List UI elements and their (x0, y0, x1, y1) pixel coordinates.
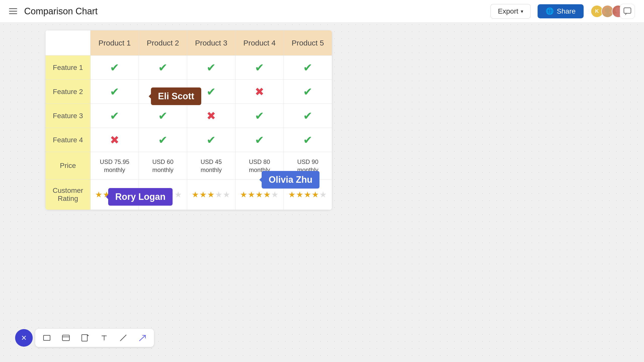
svg-rect-6 (62, 335, 69, 341)
cell: ✔ (91, 104, 139, 128)
feature-label: Feature 3 (46, 104, 91, 128)
table-row: Feature 4 ✖ ✔ ✔ ✔ ✔ (46, 128, 332, 152)
cell: ✔ (91, 56, 139, 80)
feature-label: Price (46, 152, 91, 179)
price-value: USD 75.95 monthly (100, 158, 129, 173)
tooltip-rory-label: Rory Logan (115, 192, 166, 202)
cell: ✔ (235, 104, 284, 128)
check-icon: ✔ (110, 61, 119, 74)
export-button[interactable]: Export ▾ (491, 4, 531, 19)
check-icon: ✔ (255, 61, 264, 74)
text-tool[interactable] (98, 331, 111, 344)
check-icon: ✔ (158, 134, 168, 146)
feature-label: Customer Rating (46, 179, 91, 210)
svg-line-11 (120, 335, 126, 341)
table-row: Feature 3 ✔ ✔ ✖ ✔ ✔ (46, 104, 332, 128)
arrow-tool[interactable] (136, 331, 149, 344)
star-rating: ★★★★★ (240, 190, 279, 199)
line-tool[interactable] (117, 331, 130, 344)
tooltip-olivia-label: Olivia Zhu (269, 174, 312, 185)
tooltip-olivia-zhu: Olivia Zhu (262, 171, 319, 189)
cross-icon: ✖ (207, 110, 216, 122)
check-icon: ✔ (207, 134, 216, 146)
cell: USD 45 monthly (187, 152, 235, 179)
check-icon: ✔ (207, 85, 216, 98)
price-value: USD 60 monthly (152, 158, 173, 173)
star-rating: ★★★★★ (288, 190, 327, 199)
cell: ✔ (284, 128, 332, 152)
star-rating: ★★★★★ (192, 190, 231, 199)
share-button[interactable]: 🌐 Share (538, 4, 584, 18)
cell: ✔ (284, 56, 332, 80)
svg-line-12 (139, 335, 145, 341)
cell: ✔ (235, 56, 284, 80)
cell: ✔ (187, 56, 235, 80)
card-tool[interactable] (59, 331, 72, 344)
tooltip-eli-scott: Eli Scott (151, 87, 201, 105)
rectangle-tool[interactable] (40, 331, 53, 344)
check-icon: ✔ (255, 110, 264, 122)
table-header-empty (46, 30, 91, 56)
check-icon: ✔ (303, 134, 312, 146)
table-row: Feature 1 ✔ ✔ ✔ ✔ ✔ (46, 56, 332, 80)
export-label: Export (498, 7, 518, 15)
cell: ✔ (235, 128, 284, 152)
cell: ✔ (139, 128, 187, 152)
check-icon: ✔ (255, 134, 264, 146)
cell: USD 60 monthly (139, 152, 187, 179)
cell: USD 75.95 monthly (91, 152, 139, 179)
share-label: Share (557, 7, 576, 15)
table-header-product1: Product 1 (91, 30, 139, 56)
cell: ✔ (187, 128, 235, 152)
close-button[interactable]: × (15, 329, 33, 347)
menu-icon[interactable] (9, 8, 17, 14)
check-icon: ✔ (207, 61, 216, 74)
check-icon: ✔ (303, 110, 312, 122)
cell: ✔ (284, 80, 332, 104)
table-header-product3: Product 3 (187, 30, 235, 56)
feature-label: Feature 1 (46, 56, 91, 80)
cross-icon: ✖ (110, 134, 119, 146)
price-value: USD 45 monthly (200, 158, 222, 173)
svg-point-0 (605, 7, 610, 13)
cross-icon: ✖ (255, 85, 264, 98)
svg-point-1 (603, 13, 612, 18)
comment-button[interactable] (620, 4, 635, 19)
table-header-product4: Product 4 (235, 30, 284, 56)
export-caret-icon: ▾ (521, 8, 523, 14)
cell: ✔ (91, 80, 139, 104)
check-icon: ✔ (110, 110, 119, 122)
cell: ✖ (187, 104, 235, 128)
cell: ✔ (284, 104, 332, 128)
feature-label: Feature 4 (46, 128, 91, 152)
cell: ✔ (139, 104, 187, 128)
tool-group (35, 329, 154, 347)
svg-rect-8 (82, 335, 87, 341)
check-icon: ✔ (158, 110, 168, 122)
bottom-toolbar: × (15, 329, 154, 347)
feature-label: Feature 2 (46, 80, 91, 104)
check-icon: ✔ (110, 85, 119, 98)
check-icon: ✔ (303, 61, 312, 74)
cell: ✔ (139, 56, 187, 80)
cell: ✖ (235, 80, 284, 104)
note-tool[interactable] (78, 331, 92, 344)
check-icon: ✔ (158, 61, 168, 74)
topbar: Comparison Chart Export ▾ 🌐 Share K +3 (0, 0, 644, 23)
cell: ✖ (91, 128, 139, 152)
svg-rect-5 (44, 335, 50, 340)
svg-rect-4 (624, 8, 631, 13)
globe-icon: 🌐 (546, 7, 554, 15)
app-title: Comparison Chart (24, 6, 484, 17)
table-header-product5: Product 5 (284, 30, 332, 56)
table-header-product2: Product 2 (139, 30, 187, 56)
tooltip-rory-logan: Rory Logan (108, 188, 173, 206)
tooltip-eli-label: Eli Scott (158, 91, 194, 101)
cell: ★★★★★ (187, 179, 235, 210)
check-icon: ✔ (303, 85, 312, 98)
close-icon: × (21, 333, 26, 343)
